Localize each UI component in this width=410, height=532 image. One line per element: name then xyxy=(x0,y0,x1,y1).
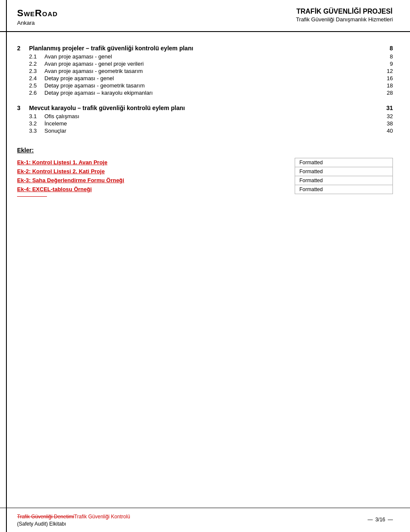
toc-title-3: Mevcut karayolu – trafik güvenliği kontr… xyxy=(29,105,376,111)
toc-sub-title-3-1: Ofis çalışması xyxy=(44,113,376,119)
project-subtitle: Trafik Güvenliği Danışmanlık Hizmetleri xyxy=(296,16,393,23)
toc-sub-title-3-2: İnceleme xyxy=(44,120,376,127)
toc-sub-num-2-6: 2.6 xyxy=(29,90,44,96)
page: SweRoad Ankara TRAFİK GÜVENLİĞİ PROJESİ … xyxy=(0,0,410,532)
ekler-row-1: Ek-1: Kontrol Liştesi 1. Avan Proje Form… xyxy=(17,158,393,167)
left-border-line xyxy=(6,0,7,532)
toc-sub-2-6: 2.6 Detay proje aşaması – karayolu ekipm… xyxy=(17,90,393,96)
toc-sub-page-2-3: 12 xyxy=(376,68,393,74)
header-right: TRAFİK GÜVENLİĞİ PROJESİ Trafik Güvenliğ… xyxy=(296,8,393,23)
toc-sub-num-3-1: 3.1 xyxy=(29,113,44,119)
header-location: Ankara xyxy=(17,20,58,26)
toc-sub-2-3: 2.3 Avan proje aşaması - geometrik tasar… xyxy=(17,68,393,74)
formatted-badge-2: Formatted xyxy=(295,167,393,176)
toc-sub-page-2-4: 16 xyxy=(376,75,393,81)
toc-sub-3-1: 3.1 Ofis çalışması 32 xyxy=(17,113,393,119)
toc-sub-title-2-1: Avan proje aşaması - genel xyxy=(44,53,376,60)
main-content: 2 Planlanmış projeler – trafik güvenliği… xyxy=(0,45,410,197)
toc-sub-2-4: 2.4 Detay proje aşaması - genel 16 xyxy=(17,75,393,81)
toc-sub-3-2: 3.2 İnceleme 38 xyxy=(17,120,393,127)
toc-page-3: 31 xyxy=(376,105,393,111)
toc-sub-title-2-5: Detay proje aşaması - geometrik tasarım xyxy=(44,82,376,89)
toc-sub-num-2-3: 2.3 xyxy=(29,68,44,74)
toc-num-3: 3 xyxy=(17,105,29,111)
ekler-items: Ek-1: Kontrol Liştesi 1. Avan Proje Form… xyxy=(17,158,393,194)
footer-page-num: 3/16 xyxy=(375,517,385,523)
formatted-badge-1: Formatted xyxy=(295,158,393,167)
footer-normal-text: Trafik Güvenliği Kontrolü xyxy=(74,514,130,520)
footer: Trafik Güvenliği DenetimiTrafik Güvenliğ… xyxy=(0,508,410,532)
header: SweRoad Ankara TRAFİK GÜVENLİĞİ PROJESİ … xyxy=(0,0,410,32)
ekler-row-3: Ek-3: Saha Değerlendirme Formu Örneği Fo… xyxy=(17,176,393,185)
footer-strikethrough-text: Trafik Güvenliği DenetimiTrafik Güvenliğ… xyxy=(17,514,130,520)
toc-sub-page-2-2: 9 xyxy=(376,61,393,67)
toc-sub-page-2-5: 18 xyxy=(376,82,393,89)
footer-inner: Trafik Güvenliği DenetimiTrafik Güvenliğ… xyxy=(17,512,393,527)
logo: SweRoad xyxy=(17,8,58,19)
underline-decoration xyxy=(17,196,47,197)
project-title: TRAFİK GÜVENLİĞİ PROJESİ xyxy=(296,8,393,15)
toc-section-2: 2 Planlanmış projeler – trafik güvenliği… xyxy=(17,45,393,96)
toc-sub-page-3-2: 38 xyxy=(376,120,393,127)
footer-left-block: Trafik Güvenliği DenetimiTrafik Güvenliğ… xyxy=(17,512,130,527)
toc-sub-2-2: 2.2 Avan proje aşaması - genel proje ver… xyxy=(17,61,393,67)
header-left: SweRoad Ankara xyxy=(17,8,58,26)
footer-title-line: Trafik Güvenliği DenetimiTrafik Güvenliğ… xyxy=(17,512,130,520)
toc-sub-title-2-3: Avan proje aşaması - geometrik tasarım xyxy=(44,68,376,74)
footer-dash-left: — xyxy=(368,517,373,523)
footer-page-indicator: — 3/16 — xyxy=(368,517,393,523)
toc-sub-title-2-2: Avan proje aşaması - genel proje veriler… xyxy=(44,61,376,67)
footer-dash-right: — xyxy=(388,517,393,523)
toc-sub-page-3-1: 32 xyxy=(376,113,393,119)
toc-section-3: 3 Mevcut karayolu – trafik güvenliği kon… xyxy=(17,105,393,134)
ekler-heading: Ekler: xyxy=(17,147,393,154)
ekler-row-2: Ek-2: Kontrol Listesi 2. Kati Proje Form… xyxy=(17,167,393,176)
ekler-row-4: Ek-4: EXCEL-tablosu Örneği Formatted xyxy=(17,185,393,194)
toc-sub-title-3-3: Sonuçlar xyxy=(44,128,376,134)
strikethrough-text: Trafik Güvenliği Denetimi xyxy=(17,514,74,520)
toc-sub-3-3: 3.3 Sonuçlar 40 xyxy=(17,128,393,134)
toc-sub-title-2-6: Detay proje aşaması – karayolu ekipmanla… xyxy=(44,90,376,96)
toc-heading-row-2: 2 Planlanmış projeler – trafik güvenliği… xyxy=(17,45,393,52)
toc-sub-page-2-1: 8 xyxy=(376,53,393,60)
formatted-badge-3: Formatted xyxy=(295,176,393,185)
toc-sub-num-3-3: 3.3 xyxy=(29,128,44,134)
toc-sub-num-2-4: 2.4 xyxy=(29,75,44,81)
formatted-badge-4: Formatted xyxy=(295,185,393,194)
toc-sub-2-1: 2.1 Avan proje aşaması - genel 8 xyxy=(17,53,393,60)
toc-title-2: Planlanmış projeler – trafik güvenliği k… xyxy=(29,45,376,52)
toc-sub-title-2-4: Detay proje aşaması - genel xyxy=(44,75,376,81)
toc-sub-2-5: 2.5 Detay proje aşaması - geometrik tasa… xyxy=(17,82,393,89)
toc-sub-page-2-6: 28 xyxy=(376,90,393,96)
toc-sub-page-3-3: 40 xyxy=(376,128,393,134)
footer-subtitle: (Safety Audit) Elkitabı xyxy=(17,521,130,527)
toc-sub-num-2-2: 2.2 xyxy=(29,61,44,67)
toc-num-2: 2 xyxy=(17,45,29,52)
toc-sub-num-2-5: 2.5 xyxy=(29,82,44,89)
ekler-section: Ekler: Ek-1: Kontrol Liştesi 1. Avan Pro… xyxy=(17,147,393,197)
toc-sub-num-3-2: 3.2 xyxy=(29,120,44,127)
toc-sub-num-2-1: 2.1 xyxy=(29,53,44,60)
toc-heading-row-3: 3 Mevcut karayolu – trafik güvenliği kon… xyxy=(17,105,393,111)
toc-page-2: 8 xyxy=(376,45,393,52)
